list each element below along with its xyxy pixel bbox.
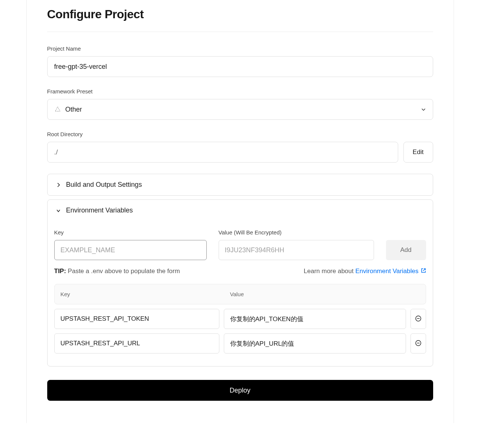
env-var-remove-button[interactable] (410, 333, 426, 353)
root-directory-input[interactable] (47, 142, 398, 163)
env-key-col: Key (54, 229, 207, 260)
configure-project-panel: Configure Project Project Name Framework… (26, 0, 454, 423)
project-name-label: Project Name (47, 45, 433, 52)
env-table-key-header: Key (61, 291, 230, 297)
env-tip-label: TIP: (54, 268, 66, 275)
environment-variables-toggle[interactable]: Environment Variables (48, 200, 433, 221)
divider (47, 32, 433, 32)
page-title: Configure Project (47, 7, 433, 21)
chevron-down-icon (56, 208, 61, 213)
framework-preset-label: Framework Preset (47, 88, 433, 95)
chevron-right-icon (56, 182, 61, 188)
build-output-settings-section: Build and Output Settings (47, 174, 433, 196)
env-add-button[interactable]: Add (386, 240, 426, 260)
env-value-col: Value (Will Be Encrypted) (219, 229, 374, 260)
env-var-row: UPSTASH_REST_API_URL 你复制的API_URL的值 (54, 333, 426, 353)
env-var-key-cell[interactable]: UPSTASH_REST_API_TOKEN (54, 309, 219, 329)
env-table-header: Key Value (54, 284, 426, 304)
build-output-settings-toggle[interactable]: Build and Output Settings (48, 174, 433, 195)
env-var-row: UPSTASH_REST_API_TOKEN 你复制的API_TOKEN的值 (54, 309, 426, 329)
env-table-value-header: Value (230, 291, 420, 297)
env-var-key-cell[interactable]: UPSTASH_REST_API_URL (54, 333, 219, 353)
framework-preset-value: Other (65, 106, 82, 113)
framework-preset-select[interactable]: Other (47, 99, 433, 120)
env-var-value-cell[interactable]: 你复制的API_URL的值 (224, 333, 406, 353)
build-output-settings-title: Build and Output Settings (66, 181, 142, 189)
external-link-icon (421, 268, 426, 275)
environment-variables-section: Environment Variables Key Value (Will Be… (47, 199, 433, 367)
root-directory-group: Root Directory Edit (47, 131, 433, 163)
chevron-down-icon (421, 107, 426, 112)
env-value-input[interactable] (219, 240, 374, 260)
env-key-label: Key (54, 229, 207, 236)
framework-other-icon (54, 106, 61, 113)
project-name-input[interactable] (47, 56, 433, 77)
env-var-input-row: Key Value (Will Be Encrypted) Add (54, 229, 426, 260)
remove-icon (415, 315, 422, 323)
env-var-remove-button[interactable] (410, 309, 426, 329)
env-key-input[interactable] (54, 240, 207, 260)
env-tip-row: TIP: Paste a .env above to populate the … (54, 268, 426, 275)
env-tip-text: TIP: Paste a .env above to populate the … (54, 268, 180, 275)
remove-icon (415, 340, 422, 348)
root-directory-label: Root Directory (47, 131, 433, 137)
environment-variables-title: Environment Variables (66, 207, 133, 214)
framework-preset-selected: Other (54, 106, 82, 113)
root-directory-edit-button[interactable]: Edit (403, 142, 433, 163)
env-learn-more: Learn more about Environment Variables (304, 268, 426, 275)
project-name-group: Project Name (47, 45, 433, 77)
environment-variables-body: Key Value (Will Be Encrypted) Add TIP: P… (48, 221, 433, 366)
svg-marker-0 (55, 107, 60, 111)
env-vars-docs-link[interactable]: Environment Variables (355, 268, 426, 275)
deploy-button[interactable]: Deploy (47, 380, 433, 401)
env-var-value-cell[interactable]: 你复制的API_TOKEN的值 (224, 309, 406, 329)
framework-preset-group: Framework Preset Other (47, 88, 433, 120)
env-value-label: Value (Will Be Encrypted) (219, 229, 374, 236)
